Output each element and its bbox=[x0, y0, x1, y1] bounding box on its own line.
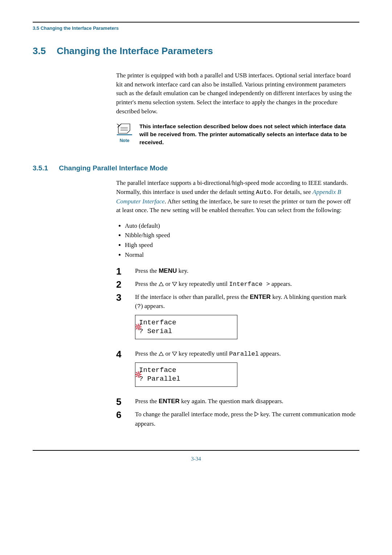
blink-indicator-icon bbox=[134, 323, 143, 334]
step-number: 4 bbox=[116, 349, 126, 359]
list-item: Nibble/high speed bbox=[125, 231, 356, 240]
lcd-display: Interface ? Serial bbox=[135, 315, 237, 339]
svg-marker-26 bbox=[255, 412, 258, 416]
page-number: 3-34 bbox=[33, 456, 359, 462]
svg-marker-17 bbox=[172, 352, 177, 356]
subsection-intro: The parallel interface supports a bi-dir… bbox=[116, 179, 356, 215]
breadcrumb: 3.5 Changing the Interface Parameters bbox=[33, 25, 359, 31]
section-title: Changing the Interface Parameters bbox=[57, 45, 213, 57]
section-intro: The printer is equipped with both a para… bbox=[116, 71, 356, 116]
svg-line-13 bbox=[139, 325, 140, 326]
step-1: 1 Press the MENU key. bbox=[116, 267, 356, 276]
step-number: 3 bbox=[116, 293, 126, 302]
triangle-down-icon bbox=[172, 280, 177, 289]
triangle-right-icon bbox=[254, 410, 259, 420]
svg-line-15 bbox=[139, 328, 140, 329]
note-block: Note This interface selection described … bbox=[116, 122, 356, 146]
svg-line-25 bbox=[139, 376, 140, 377]
triangle-down-icon bbox=[172, 350, 177, 359]
svg-marker-6 bbox=[159, 282, 163, 286]
section-heading: 3.5 Changing the Interface Parameters bbox=[33, 45, 359, 57]
svg-line-23 bbox=[139, 372, 140, 373]
step-number: 5 bbox=[116, 397, 126, 406]
list-item: Auto (default) bbox=[125, 222, 356, 231]
step-6: 6 To change the parallel interface mode,… bbox=[116, 410, 356, 428]
options-list: Auto (default) Nibble/high speed High sp… bbox=[116, 222, 356, 260]
svg-marker-16 bbox=[159, 352, 163, 356]
list-item: High speed bbox=[125, 241, 356, 250]
step-number: 2 bbox=[116, 280, 126, 289]
note-label: Note bbox=[116, 138, 133, 144]
section-number: 3.5 bbox=[33, 45, 46, 57]
step-3: 3 If the interface is other than paralle… bbox=[116, 293, 356, 346]
svg-marker-7 bbox=[172, 282, 177, 286]
step-number: 6 bbox=[116, 410, 126, 420]
svg-line-24 bbox=[136, 376, 137, 377]
svg-line-22 bbox=[136, 372, 137, 373]
step-5: 5 Press the ENTER key again. The questio… bbox=[116, 397, 356, 406]
subsection-heading: 3.5.1 Changing Parallel Interface Mode bbox=[33, 164, 359, 172]
note-icon bbox=[116, 122, 133, 137]
blink-indicator-icon bbox=[134, 370, 143, 382]
triangle-up-icon bbox=[159, 350, 164, 359]
subsection-number: 3.5.1 bbox=[33, 164, 48, 172]
note-text: This interface selection described below… bbox=[139, 122, 356, 146]
step-4: 4 Press the or key repeatedly until Para… bbox=[116, 349, 356, 393]
lcd-display: Interface ? Parallel bbox=[135, 362, 237, 387]
svg-line-12 bbox=[136, 325, 137, 326]
step-2: 2 Press the or key repeatedly until Inte… bbox=[116, 280, 356, 289]
step-number: 1 bbox=[116, 267, 126, 276]
svg-line-14 bbox=[136, 328, 137, 329]
list-item: Normal bbox=[125, 251, 356, 260]
subsection-title: Changing Parallel Interface Mode bbox=[59, 164, 168, 172]
triangle-up-icon bbox=[159, 280, 164, 289]
